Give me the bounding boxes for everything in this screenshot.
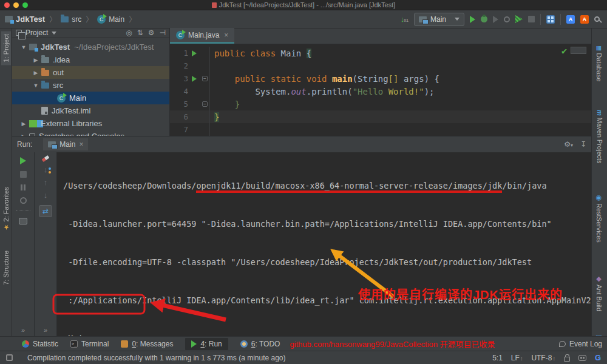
tree-row-idea[interactable]: ▶ .idea [12,53,169,66]
console-output[interactable]: /Users/codesheep/Downloads/openjdk11/bui… [57,152,591,337]
tree-row-root[interactable]: ▼ JdkTest ~/IdeaProjects/JdkTest [12,41,169,53]
breadcrumb-project[interactable]: JdkTest [5,15,45,24]
console-icon[interactable] [19,218,27,224]
encoding-selector[interactable]: UTF-8↕ [531,354,555,362]
stop-button[interactable] [20,171,27,178]
tool-grid-icon[interactable] [546,15,555,24]
profiler-button[interactable] [504,16,510,22]
run-with-coverage-button[interactable] [515,15,523,23]
collapse-all-icon[interactable]: ⇅ [137,29,143,37]
tool-tab-structure[interactable]: 7: Structure [1,248,11,288]
project-path: ~/IdeaProjects/JdkTest [74,42,154,52]
project-view-icon [16,30,22,36]
updown-icon: ↕ [552,356,555,362]
breadcrumb-separator: 〉 [129,14,136,24]
gear-icon[interactable]: ⚙ [148,29,155,37]
tool-tab-ant-build[interactable]: ◆Ant Build [594,270,605,314]
scroll-to-end-icon[interactable]: ⇄ [39,205,52,217]
tab-main-java[interactable]: C Main.java × [170,28,234,44]
more-icon[interactable]: » [21,326,25,334]
messages-icon [121,340,128,348]
hide-panel-icon[interactable]: ↧ [580,140,586,149]
breadcrumb-src[interactable]: src [61,15,81,24]
translate-orange-icon[interactable]: A [580,15,589,24]
rerun-button[interactable] [20,157,26,164]
clear-console-icon[interactable] [42,155,50,162]
scratches-icon [29,133,35,136]
tool-tab-word[interactable]: ▤Word [594,329,605,336]
robot-icon[interactable] [578,355,586,361]
status-message: Compilation completed successfully with … [27,354,286,362]
breadcrumb-main[interactable]: CMain [97,15,124,24]
tool-tab-project[interactable]: 1: Project [1,31,11,65]
binary-update-icon[interactable]: ↓01 [401,15,409,24]
tool-tab-statistic[interactable]: Statistic [22,340,58,348]
chevron-down-icon[interactable] [52,32,56,35]
run-method-gutter-icon[interactable] [188,76,200,82]
pause-button[interactable] [21,184,25,190]
chevron-collapsed-icon[interactable]: ▶ [30,57,41,63]
tree-row-external-libraries[interactable]: ▶ External Libraries [12,117,169,130]
translate-blue-icon[interactable]: A [566,15,575,24]
run-toolbar-console: ↓ ↑ ↓ ⇄ » [35,152,57,337]
folder-icon [41,83,49,89]
chevron-collapsed-icon[interactable]: ▶ [18,121,29,127]
gear-icon[interactable]: ⚙▾ [564,140,573,149]
code-line: 7 [170,123,591,136]
tool-tab-run[interactable]: 4: Run [185,338,228,350]
titlebar: JdkTest [~/IdeaProjects/JdkTest] - .../s… [0,0,607,10]
window-title: JdkTest [~/IdeaProjects/JdkTest] - .../s… [0,1,607,8]
tree-row-main[interactable]: C Main [12,92,169,104]
chevron-expanded-icon[interactable]: ▼ [18,44,29,50]
tree-row-scratches[interactable]: ▶ Scratches and Consoles [12,130,169,136]
tree-row-out[interactable]: ▶ out [12,66,169,79]
tree-row-iml[interactable]: JdkTest.iml [12,104,169,117]
tool-tab-restservices[interactable]: ◉RestServices [594,189,605,246]
more-icon[interactable]: » [44,326,47,334]
tool-tab-database[interactable]: ≣Database [594,41,605,84]
tree-row-src[interactable]: ▼ src [12,79,169,92]
ant-icon: ◆ [595,275,603,283]
line-separator-selector[interactable]: LF↕ [511,354,523,362]
console-line: -Dfile.encoding=UTF-8 -classpath "/Users… [63,256,591,269]
run-tab-main[interactable]: Main × [43,138,88,150]
tool-tab-maven[interactable]: mMaven Projects [595,105,605,167]
run-button[interactable] [470,16,475,23]
document-icon [212,2,217,8]
folder-icon [41,70,49,76]
tool-tab-messages[interactable]: 0: Messages [121,340,173,348]
inspection-widget[interactable] [571,47,586,54]
left-tool-strip: 1: Project ★2: Favorites 7: Structure [0,29,12,336]
fold-icon[interactable]: − [202,76,208,81]
search-icon[interactable] [594,16,600,22]
google-icon[interactable]: G [595,353,601,362]
locate-icon[interactable]: ◎ [126,29,132,37]
lock-icon[interactable] [564,357,570,362]
dump-threads-icon[interactable] [20,197,27,204]
event-log-button[interactable]: Event Log [559,340,602,348]
stop-button[interactable] [528,16,535,22]
tool-tab-todo[interactable]: 6: TODO [240,340,280,348]
caret-position[interactable]: 5:1 [492,354,503,362]
code-line: 4 System.out.println("Hello World!"); [170,85,591,98]
console-line: -Didea.launcher.port=64459 "-Didea.launc… [63,218,591,231]
code-editor[interactable]: ✔ 1 public class Main { 2 [170,44,591,136]
close-tab-icon[interactable]: × [79,140,83,149]
toggle-tool-buttons-icon[interactable] [6,354,13,361]
run-class-gutter-icon[interactable] [188,50,200,56]
project-panel-title[interactable]: Project [25,29,48,37]
tool-tab-terminal[interactable]: >_Terminal [70,340,109,348]
close-tab-icon[interactable]: × [224,31,228,39]
down-arrow-icon[interactable]: ↓ [44,192,48,198]
chevron-collapsed-icon[interactable]: ▶ [30,70,41,76]
fold-icon[interactable]: − [202,101,208,107]
sort-icon[interactable]: ↓ [44,167,48,173]
run-disabled-button[interactable] [493,16,498,23]
up-arrow-icon[interactable]: ↑ [44,180,48,186]
chevron-expanded-icon[interactable]: ▼ [30,83,41,89]
tool-tab-favorites[interactable]: ★2: Favorites [1,184,11,236]
hide-panel-icon[interactable]: ⊣ [160,29,166,37]
toolbar-divider [540,14,541,25]
run-configuration-dropdown[interactable]: Main [414,13,464,26]
debug-button[interactable] [481,16,487,22]
